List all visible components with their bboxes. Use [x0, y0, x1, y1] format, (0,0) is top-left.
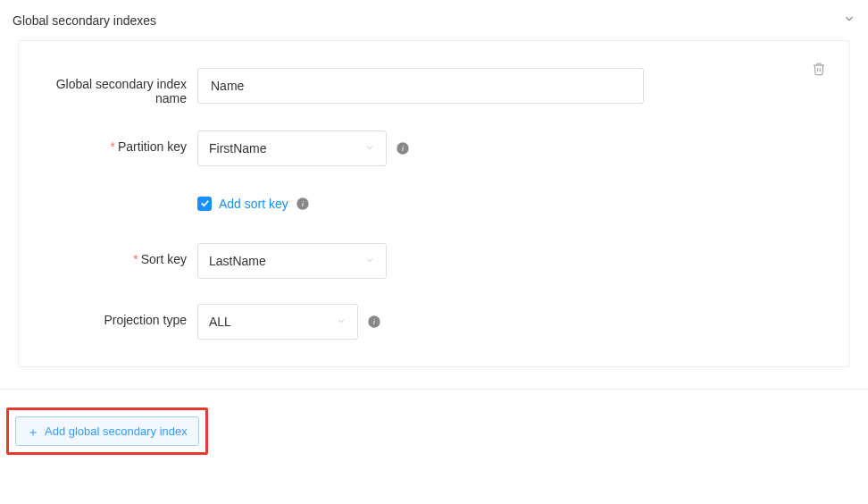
partition-key-value: FirstName [209, 141, 267, 155]
sort-key-label: *Sort key [37, 243, 197, 266]
plus-icon: ＋ [27, 425, 39, 438]
chevron-down-icon [364, 254, 375, 268]
partition-key-select[interactable]: FirstName [197, 130, 387, 166]
partition-key-row: *Partition key FirstName i [37, 130, 831, 166]
index-name-input[interactable] [197, 68, 644, 104]
delete-index-button[interactable] [806, 57, 831, 82]
partition-key-label: *Partition key [37, 130, 197, 154]
sort-key-select[interactable]: LastName [197, 243, 387, 279]
add-index-button-label: Add global secondary index [45, 424, 188, 438]
section-header[interactable]: Global secondary indexes [0, 0, 868, 40]
bottom-bar: ＋ Add global secondary index [0, 389, 868, 455]
sort-key-value: LastName [209, 254, 266, 268]
add-sort-key-row: Add sort key i [37, 191, 831, 227]
index-name-label: Global secondary index name [37, 68, 197, 105]
add-sort-key-label[interactable]: Add sort key [219, 197, 288, 211]
chevron-down-icon [364, 141, 375, 155]
trash-icon [812, 62, 826, 79]
info-icon[interactable]: i [296, 197, 310, 211]
check-icon [200, 197, 210, 211]
section-title: Global secondary indexes [13, 13, 156, 28]
index-name-row: Global secondary index name [37, 68, 831, 105]
index-form-card: Global secondary index name *Partition k… [18, 40, 850, 367]
info-icon[interactable]: i [396, 141, 410, 155]
projection-type-label: Projection type [37, 304, 197, 327]
info-icon[interactable]: i [367, 315, 381, 329]
chevron-down-icon [336, 315, 346, 329]
add-global-secondary-index-button[interactable]: ＋ Add global secondary index [15, 416, 199, 446]
chevron-down-icon [843, 13, 855, 28]
sort-key-row: *Sort key LastName [37, 243, 831, 279]
projection-type-row: Projection type ALL i [37, 304, 831, 340]
highlight-annotation: ＋ Add global secondary index [6, 407, 208, 455]
projection-type-select[interactable]: ALL [197, 304, 358, 340]
projection-type-value: ALL [209, 315, 231, 329]
add-sort-key-checkbox[interactable] [197, 197, 212, 211]
